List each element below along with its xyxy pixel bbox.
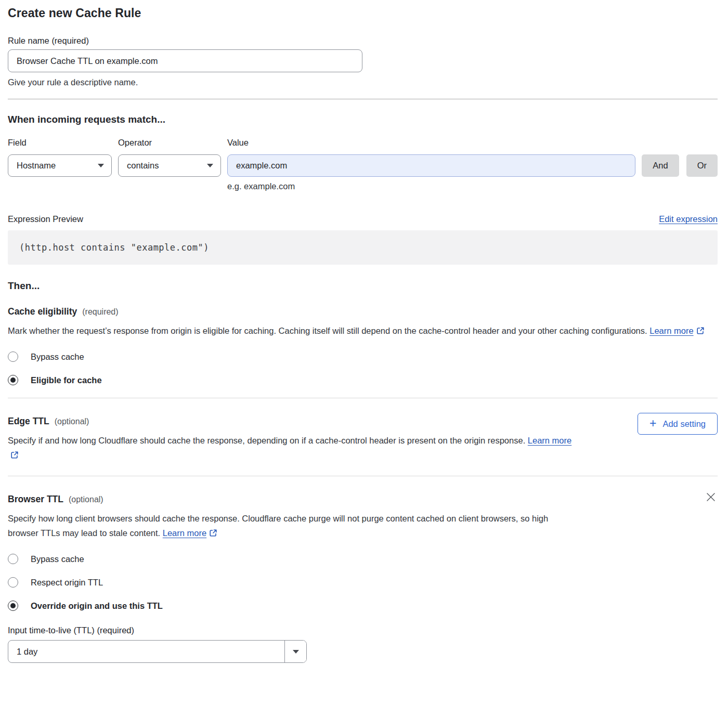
cache-eligibility-qualifier: (required) xyxy=(82,307,118,317)
create-cache-rule-page: Create new Cache Rule Rule name (require… xyxy=(0,0,728,673)
cache-eligibility-description-text: Mark whether the request’s response from… xyxy=(8,326,647,335)
radio-option-respect-origin-ttl[interactable]: Respect origin TTL xyxy=(8,577,718,588)
browser-ttl-title-row: Browser TTL (optional) xyxy=(8,494,575,505)
ttl-input-label: Input time-to-live (TTL) (required) xyxy=(8,625,718,635)
edge-ttl-title-block: Edge TTL (optional) Specify if and how l… xyxy=(8,412,580,463)
field-column: Field Hostname xyxy=(8,138,112,191)
radio-option-bypass-cache[interactable]: Bypass cache xyxy=(8,554,718,564)
and-button[interactable]: And xyxy=(642,154,679,177)
field-select[interactable]: Hostname xyxy=(8,154,112,177)
browser-ttl-description: Specify how long client browsers should … xyxy=(8,511,575,541)
edit-expression-link[interactable]: Edit expression xyxy=(659,214,718,224)
page-title: Create new Cache Rule xyxy=(8,6,718,20)
expression-preview-row: Expression Preview Edit expression xyxy=(8,214,718,224)
radio-icon[interactable] xyxy=(8,554,18,564)
browser-ttl-description-text: Specify how long client browsers should … xyxy=(8,514,548,538)
field-label: Field xyxy=(8,138,112,150)
section-divider xyxy=(8,476,718,476)
close-icon xyxy=(705,497,717,505)
value-input[interactable] xyxy=(227,154,635,177)
match-heading: When incoming requests match... xyxy=(8,114,718,125)
browser-ttl-header: Browser TTL (optional) Specify how long … xyxy=(8,490,718,541)
browser-ttl-qualifier: (optional) xyxy=(69,495,103,504)
radio-option-override-origin-ttl[interactable]: Override origin and use this TTL xyxy=(8,601,718,611)
radio-icon-selected[interactable] xyxy=(8,375,18,385)
ttl-select-caret-segment[interactable] xyxy=(284,641,306,662)
radio-option-label: Override origin and use this TTL xyxy=(31,601,163,611)
edge-ttl-description: Specify if and how long Cloudflare shoul… xyxy=(8,433,580,463)
browser-ttl-title-block: Browser TTL (optional) Specify how long … xyxy=(8,490,575,541)
browser-ttl-options: Bypass cache Respect origin TTL Override… xyxy=(8,554,718,611)
add-setting-button[interactable]: + Add setting xyxy=(638,413,718,435)
operator-label: Operator xyxy=(118,138,221,150)
operator-select[interactable]: contains xyxy=(118,154,221,177)
edge-ttl-learn-more-link[interactable]: Learn more xyxy=(528,436,571,445)
expression-code: (http.host contains "example.com") xyxy=(8,230,718,265)
field-select-value: Hostname xyxy=(17,161,56,171)
value-hint: e.g. example.com xyxy=(227,181,635,191)
rule-name-help: Give your rule a descriptive name. xyxy=(8,77,718,87)
browser-ttl-learn-more-link[interactable]: Learn more xyxy=(163,528,206,538)
operator-select-value: contains xyxy=(127,161,159,171)
remove-browser-ttl-button[interactable] xyxy=(704,491,718,504)
condition-buttons: And Or xyxy=(642,138,718,191)
edge-ttl-header: Edge TTL (optional) Specify if and how l… xyxy=(8,412,718,463)
value-label: Value xyxy=(227,138,635,150)
radio-icon[interactable] xyxy=(8,577,18,588)
chevron-down-icon xyxy=(98,164,104,167)
section-divider xyxy=(8,99,718,99)
cache-eligibility-learn-more-link[interactable]: Learn more xyxy=(649,326,693,335)
value-column: Value e.g. example.com xyxy=(227,138,635,191)
radio-icon-selected[interactable] xyxy=(8,601,18,611)
radio-option-eligible-for-cache[interactable]: Eligible for cache xyxy=(8,375,718,385)
edge-ttl-description-text: Specify if and how long Cloudflare shoul… xyxy=(8,436,525,445)
cache-eligibility-description: Mark whether the request’s response from… xyxy=(8,323,707,339)
edge-ttl-qualifier: (optional) xyxy=(55,417,89,426)
add-setting-label: Add setting xyxy=(662,419,706,429)
radio-option-label: Eligible for cache xyxy=(31,375,102,385)
external-link-icon xyxy=(209,527,217,541)
rule-name-label: Rule name (required) xyxy=(8,36,718,46)
cache-eligibility-options: Bypass cache Eligible for cache xyxy=(8,351,718,385)
external-link-icon xyxy=(696,324,705,339)
ttl-select-value: 1 day xyxy=(8,641,284,662)
chevron-down-icon xyxy=(293,650,299,654)
radio-option-label: Respect origin TTL xyxy=(31,578,103,588)
cache-eligibility-title: Cache eligibility xyxy=(8,306,77,317)
match-condition-row: Field Hostname Operator contains Value e… xyxy=(8,138,718,191)
edge-ttl-title-row: Edge TTL (optional) xyxy=(8,416,580,427)
external-link-icon xyxy=(10,449,19,463)
operator-column: Operator contains xyxy=(118,138,221,191)
radio-option-bypass-cache[interactable]: Bypass cache xyxy=(8,351,718,362)
radio-option-label: Bypass cache xyxy=(31,352,84,362)
edge-ttl-title: Edge TTL xyxy=(8,416,49,427)
browser-ttl-title: Browser TTL xyxy=(8,494,63,505)
or-button[interactable]: Or xyxy=(686,154,718,177)
ttl-select[interactable]: 1 day xyxy=(8,640,307,663)
expression-preview-label: Expression Preview xyxy=(8,214,83,224)
rule-name-input[interactable] xyxy=(8,49,362,72)
then-heading: Then... xyxy=(8,280,718,292)
section-divider xyxy=(8,398,718,398)
radio-option-label: Bypass cache xyxy=(31,554,84,564)
radio-icon[interactable] xyxy=(8,351,18,362)
chevron-down-icon xyxy=(207,164,213,167)
cache-eligibility-title-row: Cache eligibility (required) xyxy=(8,306,718,317)
plus-icon: + xyxy=(649,418,656,429)
